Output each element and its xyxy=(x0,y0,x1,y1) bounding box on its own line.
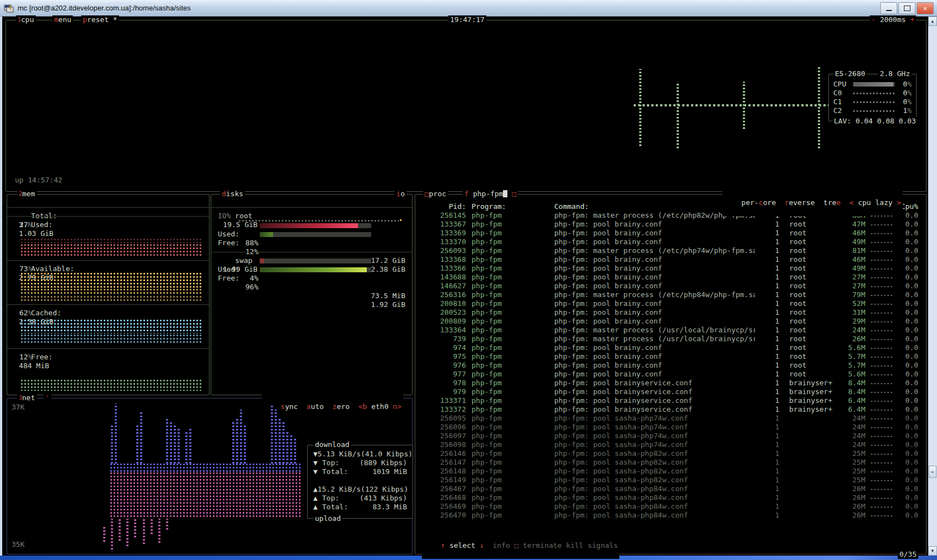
reverse-toggle[interactable]: reverse xyxy=(785,198,815,207)
proc-row[interactable]: 200810php-fpmphp-fpm: pool brainy.conf1r… xyxy=(415,299,926,308)
mem-available-pct: 73% xyxy=(19,265,209,273)
mem-free-graph xyxy=(19,380,201,391)
minimize-button[interactable] xyxy=(880,2,897,14)
detail-box-icon: □ xyxy=(514,541,518,550)
cpu-info-box: E5-2680 2.8 GHz CPU 0% C0 0% C1 0% C2 1% xyxy=(828,74,917,121)
proc-row[interactable]: 256098php-fpmphp-fpm: pool sasha-php74w.… xyxy=(415,440,926,449)
mem-free-row: Free: 484 MiB xyxy=(7,344,209,353)
window-titlebar[interactable]: mc [root@a202.itdeveloper.com.ua]:/home/… xyxy=(0,0,937,17)
uptime: up 14:57:42 xyxy=(15,176,62,185)
proc-row[interactable]: 256148php-fpmphp-fpm: pool sasha-php82w.… xyxy=(415,467,926,476)
proc-row[interactable]: 256470php-fpmphp-fpm: pool sasha-php84w.… xyxy=(415,511,926,520)
net-scale-top: 37K xyxy=(12,403,24,411)
proc-row[interactable]: 256149php-fpmphp-fpm: pool sasha-php82w.… xyxy=(415,476,926,484)
menu-button[interactable]: menu xyxy=(52,15,73,24)
window-title: mc [root@a202.itdeveloper.com.ua]:/home/… xyxy=(18,4,191,12)
scroll-up-icon[interactable]: ▲ xyxy=(928,17,937,26)
proc-row[interactable]: 974php-fpmphp-fpm: pool brainy.conf1root… xyxy=(415,343,926,352)
proc-row[interactable]: 256468php-fpmphp-fpm: pool sasha-php84w.… xyxy=(415,493,926,502)
io-tab[interactable]: io xyxy=(394,190,406,198)
proc-row[interactable]: 979php-fpmphp-fpm: pool brainyservice.co… xyxy=(415,387,926,396)
proc-row[interactable]: 133366php-fpmphp-fpm: pool brainy.conf1r… xyxy=(415,264,926,273)
disk-swap-used-row: Used: 4% 73.5 MiB xyxy=(211,256,412,265)
interval-minus-button[interactable]: - xyxy=(871,15,876,24)
proc-row[interactable]: 133371php-fpmphp-fpm: pool brainyservice… xyxy=(415,396,926,405)
proc-row[interactable]: 200809php-fpmphp-fpm: pool brainy.conf1r… xyxy=(415,317,926,326)
mem-tab[interactable]: 2mem xyxy=(17,190,37,198)
select-down-icon[interactable]: ↓ xyxy=(480,541,484,550)
proc-row[interactable]: 256467php-fpmphp-fpm: pool sasha-php84w.… xyxy=(415,484,926,493)
clock: 19:47:17 xyxy=(448,15,486,24)
select-up-icon[interactable]: ↑ xyxy=(441,541,445,550)
proc-row[interactable]: 133370php-fpmphp-fpm: pool brainy.conf1r… xyxy=(415,238,926,246)
sync-button[interactable]: sync xyxy=(281,402,298,411)
proc-panel: □proc f php-fpm □ per-core reverse tree … xyxy=(415,194,927,554)
close-button[interactable]: × xyxy=(917,2,934,14)
proc-row[interactable]: 143688php-fpmphp-fpm: pool brainy.conf1r… xyxy=(415,273,926,282)
proc-row[interactable]: 133367php-fpmphp-fpm: pool brainy.conf1r… xyxy=(415,220,926,229)
interval-plus-button[interactable]: + xyxy=(910,15,914,24)
net-zoom-mark[interactable]: ' xyxy=(44,394,51,402)
proc-row[interactable]: 256096php-fpmphp-fpm: pool sasha-php74w.… xyxy=(415,423,926,432)
mem-cached-graph xyxy=(19,320,201,333)
mem-available-graph xyxy=(19,289,201,295)
scroll-down-icon[interactable]: ▼ xyxy=(928,546,937,556)
kill-button[interactable]: kill xyxy=(566,541,583,550)
maximize-button[interactable] xyxy=(898,2,915,14)
mem-available-graph xyxy=(19,273,201,288)
terminate-button[interactable]: terminate xyxy=(523,541,561,550)
proc-row[interactable]: 256095php-fpmphp-fpm: pool sasha-php74w.… xyxy=(415,414,926,423)
auto-button[interactable]: auto xyxy=(307,402,324,411)
proc-row[interactable]: 133372php-fpmphp-fpm: pool brainyservice… xyxy=(415,405,926,414)
preset-button[interactable]: preset * xyxy=(81,15,119,24)
proc-row[interactable]: 978php-fpmphp-fpm: pool brainyservice.co… xyxy=(415,379,926,387)
signals-button[interactable]: signals xyxy=(587,541,618,550)
proc-row[interactable]: 975php-fpmphp-fpm: pool brainy.conf1root… xyxy=(415,352,926,361)
download-total-row: ▼Total:1019 MiB xyxy=(308,467,413,476)
select-button[interactable]: select xyxy=(449,541,475,550)
cpu-tab[interactable]: 1cpu xyxy=(16,15,36,24)
per-core-toggle[interactable]: per-core xyxy=(741,198,776,207)
net-tab[interactable]: 3net xyxy=(17,394,37,402)
zero-button[interactable]: zero xyxy=(333,402,350,411)
proc-row[interactable]: 256146php-fpmphp-fpm: pool sasha-php82w.… xyxy=(415,449,926,458)
upload-title: upload xyxy=(313,514,342,523)
proc-filter[interactable]: f php-fpm □ xyxy=(463,190,518,198)
download-top-row: ▼Top:(889 Kibps) xyxy=(308,459,413,467)
cpu-core-row: C2 1% xyxy=(829,106,916,115)
scrollbar-thumb[interactable]: ≡ xyxy=(929,466,936,478)
net-upload-graph xyxy=(109,472,302,519)
net-controls: sync auto zero <b eth0 n> xyxy=(262,394,404,420)
net-panel: 3net ' sync auto zero <b eth0 n> 37K 35K… xyxy=(7,398,413,554)
tree-toggle[interactable]: tree xyxy=(823,198,840,207)
disk-root-free-row: Free: 12% 2.38 GiB xyxy=(211,230,412,239)
proc-row[interactable]: 976php-fpmphp-fpm: pool brainy.conf1root… xyxy=(415,361,926,370)
net-info-box: download ▼5.13 KiB/s(41.0 Kibps) ▼Top:(8… xyxy=(307,445,413,519)
disk-swap-free-row: Free: 96% 1.92 GiB xyxy=(211,265,412,274)
download-title: download xyxy=(313,440,351,449)
disks-tab[interactable]: disks xyxy=(220,190,245,198)
interval-control: - 2000ms + xyxy=(870,15,916,24)
proc-row[interactable]: 256147php-fpmphp-fpm: pool sasha-php82w.… xyxy=(415,458,926,467)
proc-row[interactable]: 146627php-fpmphp-fpm: pool brainy.conf1r… xyxy=(415,282,926,290)
proc-row[interactable]: 256097php-fpmphp-fpm: pool sasha-php74w.… xyxy=(415,432,926,440)
proc-row[interactable]: 256469php-fpmphp-fpm: pool sasha-php84w.… xyxy=(415,502,926,511)
proc-table-body: 256145php-fpmphp-fpm: master process (/e… xyxy=(415,211,926,520)
filter-clear-button[interactable]: □ xyxy=(512,190,516,198)
proc-row[interactable]: 256316php-fpmphp-fpm: master process (/e… xyxy=(415,290,926,299)
proc-row[interactable]: 977php-fpmphp-fpm: pool brainy.conf1root… xyxy=(415,370,926,379)
info-button[interactable]: info xyxy=(492,541,510,550)
proc-tab[interactable]: □proc xyxy=(423,190,448,198)
proc-row[interactable]: 256093php-fpmphp-fpm: master process (/e… xyxy=(415,246,926,255)
proc-row[interactable]: 133369php-fpmphp-fpm: pool brainy.conf1r… xyxy=(415,229,926,238)
proc-row[interactable]: 200523php-fpmphp-fpm: pool brainy.conf1r… xyxy=(415,308,926,317)
mem-cached-graph xyxy=(19,335,201,344)
upload-top-row: ▲Top:(413 Kibps) xyxy=(308,494,413,503)
mem-free-pct: 12% xyxy=(19,353,209,362)
proc-row[interactable]: 739php-fpmphp-fpm: master process (/usr/… xyxy=(415,335,926,343)
proc-row[interactable]: 133364php-fpmphp-fpm: master process (/u… xyxy=(415,326,926,335)
iface-switcher[interactable]: <b eth0 n> xyxy=(358,402,401,411)
proc-row[interactable]: 133368php-fpmphp-fpm: pool brainy.conf1r… xyxy=(415,255,926,264)
mem-cached-pct: 62% xyxy=(19,309,209,317)
mem-used-pct: 27% xyxy=(19,220,209,229)
